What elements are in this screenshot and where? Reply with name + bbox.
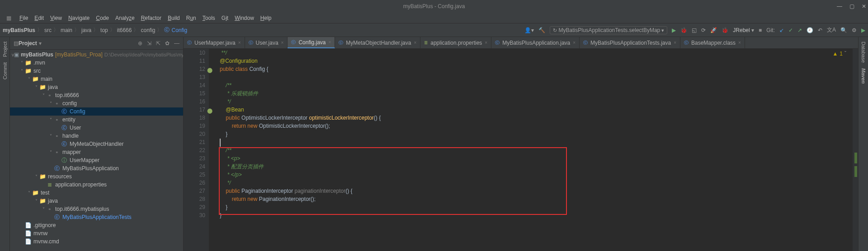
code-line-11[interactable]: @Configuration	[220, 57, 858, 65]
tree-node-java[interactable]: ˅📁java	[10, 197, 183, 205]
menu-refactor[interactable]: Refactor	[138, 14, 164, 22]
select-opened-file-icon[interactable]: ⊕	[138, 40, 142, 46]
tree-node-java[interactable]: ˅📁java	[10, 83, 183, 91]
crumb-class[interactable]: Config	[171, 27, 187, 33]
close-tab-icon[interactable]: ×	[573, 40, 576, 45]
close-tab-icon[interactable]: ×	[414, 40, 416, 45]
tree-node-application-properties[interactable]: ≣application.properties	[10, 181, 183, 189]
tree-node-mapper[interactable]: ˅▫mapper	[10, 148, 183, 156]
tree-node-entity[interactable]: ˅▫entity	[10, 116, 183, 124]
maximize-icon[interactable]: ▢	[849, 3, 854, 9]
debug-button[interactable]: 🐞	[680, 27, 687, 33]
tree-node-mvnw-cmd[interactable]: 📄mvnw.cmd	[10, 237, 183, 246]
tree-node-test[interactable]: ˅📁test	[10, 189, 183, 197]
tree-node-resources[interactable]: ˅📁resources	[10, 172, 183, 181]
build-icon[interactable]: 🔨	[538, 27, 545, 33]
git-rollback-icon[interactable]: ↶	[818, 27, 822, 33]
code-line-10[interactable]: **/	[220, 49, 858, 57]
crumb-root[interactable]: myBatisPlus	[3, 27, 35, 33]
code-line-25[interactable]: * </p>	[220, 171, 858, 179]
tree-node-mybatisplusapplication[interactable]: ⓒMyBatisPlusApplication	[10, 164, 183, 172]
jrebel-status-icon[interactable]: ▶	[861, 27, 865, 33]
hide-panel-icon[interactable]: —	[174, 40, 179, 46]
expand-all-icon[interactable]: ⇲	[147, 40, 151, 46]
code-line-16[interactable]: */	[220, 98, 858, 106]
editor-tab-usermapper-java[interactable]: ⓒUserMapper.java×	[184, 37, 245, 48]
breadcrumb[interactable]: myBatisPlus〉 src〉 main〉 java〉 top〉 it666…	[3, 26, 187, 34]
search-icon[interactable]: 🔍	[840, 27, 847, 33]
tree-node--mvn[interactable]: ˅📁.mvn	[10, 59, 183, 67]
tree-node-user[interactable]: ⓒUser	[10, 124, 183, 132]
jrebel-debug-icon[interactable]: 🐞	[722, 27, 728, 33]
menu-code[interactable]: Code	[93, 14, 112, 22]
editor-tab-user-java[interactable]: ⓒUser.java×	[245, 37, 288, 48]
settings-gear-icon[interactable]: ✿	[165, 40, 170, 46]
close-tab-icon[interactable]: ×	[281, 40, 284, 45]
crumb-top[interactable]: top	[100, 27, 108, 33]
tree-node-mybatisplusapplicationtests[interactable]: ⓒMyBatisPlusApplicationTests	[10, 213, 183, 221]
close-icon[interactable]: ✕	[862, 3, 866, 9]
code-line-26[interactable]: */	[220, 179, 858, 187]
tree-node-main[interactable]: ˅📁main	[10, 75, 183, 83]
maven-tool-tab[interactable]: Maven	[861, 68, 866, 84]
coverage-button[interactable]: ◱	[692, 27, 697, 33]
code-line-19[interactable]: return new OptimisticLockerInterceptor()…	[220, 122, 858, 130]
close-tab-icon[interactable]: ×	[674, 40, 676, 45]
close-tab-icon[interactable]: ×	[485, 40, 487, 45]
tree-root[interactable]: v▣ myBatisPlus [myBatisPlus_Proa] D:\Dev…	[10, 51, 183, 59]
tree-node-config[interactable]: ˅▫config	[10, 99, 183, 107]
editor-tab-mybatisplusapplicationtests-java[interactable]: ⓒMyBatisPlusApplicationTests.java×	[580, 37, 680, 48]
close-tab-icon[interactable]: ×	[738, 40, 741, 45]
crumb-it6666[interactable]: it6666	[117, 27, 132, 33]
code-line-22[interactable]: /**	[220, 146, 858, 154]
code-line-15[interactable]: * 乐观锁插件	[220, 89, 858, 98]
git-commit-icon[interactable]: ✓	[788, 27, 793, 33]
code-line-28[interactable]: return new PaginationInterceptor();	[220, 195, 858, 203]
code-line-12[interactable]: public class Config {	[220, 65, 858, 73]
menu-help[interactable]: Help	[258, 14, 274, 22]
database-tool-tab[interactable]: Database	[861, 42, 866, 63]
error-stripe[interactable]	[853, 49, 858, 251]
jrebel-selector[interactable]: JRebel ▾	[733, 27, 754, 33]
code-line-29[interactable]: }	[220, 203, 858, 211]
tree-node-config[interactable]: ⓒConfig	[10, 107, 183, 116]
menu-run[interactable]: Run	[184, 14, 199, 22]
profile-button[interactable]: ⟳	[701, 27, 706, 33]
tree-node-src[interactable]: ˅📁src	[10, 67, 183, 75]
menu-tools[interactable]: Tools	[200, 14, 218, 22]
code-line-17[interactable]: @Bean	[220, 106, 858, 114]
stop-button[interactable]: ■	[759, 27, 762, 33]
settings-icon[interactable]: ⚙	[852, 27, 857, 33]
menu-git[interactable]: Git	[219, 14, 231, 22]
crumb-main[interactable]: main	[61, 27, 72, 33]
editor-tab-basemapper-class[interactable]: ⓒBaseMapper.class×	[680, 37, 745, 48]
jrebel-run-icon[interactable]: 🚀	[710, 27, 717, 33]
menu-analyze[interactable]: Analyze	[113, 14, 137, 22]
code-line-13[interactable]	[220, 73, 858, 81]
git-push-icon[interactable]: ↗	[797, 27, 802, 33]
code-line-23[interactable]: * <p>	[220, 154, 858, 163]
menu-edit[interactable]: Edit	[32, 14, 47, 22]
editor-tab-config-java[interactable]: ⓒConfig.java×	[288, 37, 335, 48]
git-history-icon[interactable]: 🕘	[807, 27, 813, 33]
code-area[interactable]: ▲1ˇ **/@Configurationpublic class Config…	[209, 49, 858, 251]
menu-window[interactable]: Window	[232, 14, 257, 22]
tree-node-mymetaobjecthandler[interactable]: ⓒMyMetaObjectHandler	[10, 140, 183, 148]
tree-node-mvnw[interactable]: 📄mvnw	[10, 229, 183, 237]
inspection-indicator[interactable]: ▲1ˇ	[832, 50, 846, 58]
tree-node-top-it6666-mybatisplus[interactable]: ˅▫top.it6666.mybatisplus	[10, 205, 183, 213]
crumb-java[interactable]: java	[81, 27, 91, 33]
user-icon[interactable]: 👤▾	[524, 27, 534, 33]
project-view-dropdown[interactable]: ▾	[39, 40, 42, 46]
run-button[interactable]: ▶	[672, 27, 676, 33]
code-line-27[interactable]: public PaginationInterceptor paginationI…	[220, 187, 858, 195]
gutter[interactable]: 101112⬤1314151617⬤1819202122232425262728…	[184, 49, 209, 251]
tree-node-handle[interactable]: ˅▫handle	[10, 132, 183, 140]
editor-tab-mymetaobjecthandler-java[interactable]: ⓒMyMetaObjectHandler.java×	[335, 37, 420, 48]
menu-file[interactable]: File	[17, 14, 31, 22]
editor-tab-application-properties[interactable]: ≣application.properties×	[420, 37, 491, 48]
project-tool-tab[interactable]: Project	[2, 42, 8, 57]
code-line-20[interactable]: }	[220, 130, 858, 138]
code-line-24[interactable]: * 配置分页插件	[220, 163, 858, 171]
git-update-icon[interactable]: ↙	[779, 27, 784, 33]
